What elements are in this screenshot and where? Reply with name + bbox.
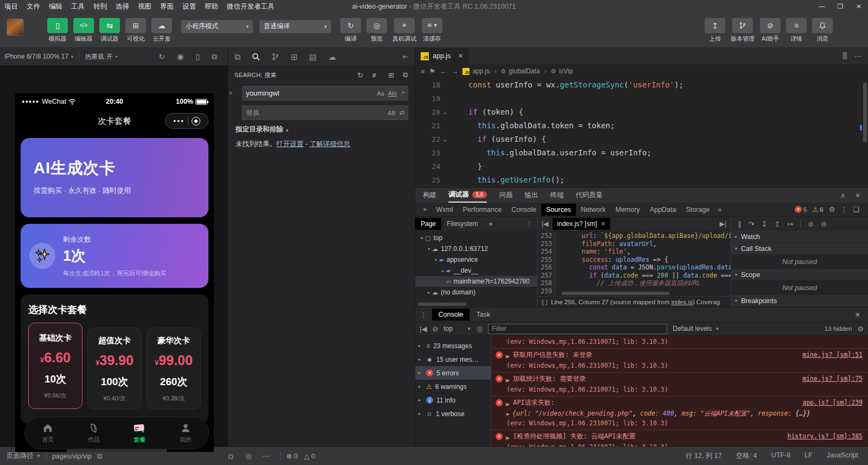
regex-icon[interactable]: .*	[401, 90, 404, 97]
console-filter-verbose[interactable]: ▸1 verbose	[415, 407, 491, 420]
debug-icon[interactable]	[227, 453, 235, 460]
menu-item[interactable]: 帮助	[200, 2, 223, 11]
tab-home[interactable]: 首页	[25, 422, 71, 444]
console-filter-list[interactable]: ▸≡23 messages	[415, 339, 491, 353]
restore-button[interactable]: ❐	[831, 0, 850, 13]
package-card[interactable]: 超值次卡¥39.90100次¥0.40/次	[87, 328, 142, 410]
step-icon[interactable]: ↦	[787, 220, 793, 228]
utils-icon[interactable]: ☁	[328, 53, 336, 61]
files-icon[interactable]: ⧉	[235, 53, 240, 61]
menu-item[interactable]: 界面	[156, 2, 178, 11]
source-location-link[interactable]: history.js? [sm]:385	[788, 432, 863, 441]
toolbar-button-preview[interactable]: ◎预览	[366, 18, 387, 43]
show-sidebar-icon[interactable]: |◀	[420, 325, 427, 333]
learn-more-link[interactable]: 了解详细信息	[309, 140, 350, 148]
toolbar-button-clear-cache[interactable]: ≋ ▾清缓存	[422, 18, 442, 43]
tree-item[interactable]: ▸▰__dev__	[415, 265, 537, 276]
collapse-results-icon[interactable]: ⧉	[403, 71, 408, 79]
devtools-tab-memory[interactable]: Memory	[611, 204, 645, 216]
tree-item[interactable]: ▾▢top	[415, 232, 537, 243]
device-frame-icon[interactable]: ▯	[195, 53, 200, 60]
tab-works[interactable]: 作品	[71, 422, 117, 444]
page-path-label[interactable]: 页面路径	[7, 451, 34, 461]
search-scope-toggle[interactable]: 指定目录和排除 ▲	[236, 125, 408, 134]
tree-item[interactable]: ▱mainframe?t=1762942780	[415, 276, 537, 287]
console-filter-info[interactable]: ▸i11 info	[415, 393, 491, 407]
open-settings-link[interactable]: 打开设置	[276, 140, 303, 148]
user-avatar[interactable]	[7, 18, 24, 36]
step-over-icon[interactable]: ↷	[749, 220, 755, 228]
console-filter-error[interactable]: ▸✕5 errors	[415, 366, 491, 380]
more-actions-icon[interactable]: ⋯	[854, 52, 861, 60]
capsule-menu[interactable]: ●●●	[165, 113, 208, 129]
panel-tab[interactable]: 构建	[423, 188, 436, 203]
tab-console[interactable]: Console	[432, 309, 470, 321]
devtools-tab-performance[interactable]: Performance	[458, 204, 507, 216]
menu-item[interactable]: 设置	[178, 2, 200, 11]
source-location-link[interactable]: mine.js? [sm]:51	[802, 350, 863, 360]
source-location-link[interactable]: mine.js? [sm]:75	[802, 374, 863, 384]
toolbar-button-simulator[interactable]: ▯模拟器	[47, 18, 68, 43]
kebab-menu-icon[interactable]: ⋮	[415, 311, 432, 319]
toolbar-button-upload[interactable]: ↥上传	[705, 18, 725, 43]
search-icon[interactable]	[252, 53, 260, 61]
close-tab-icon[interactable]: ✕	[601, 221, 606, 228]
panel-tab[interactable]: 代码质量	[575, 188, 603, 203]
clear-console-icon[interactable]: ⊘	[432, 325, 438, 333]
breadcrumb-file[interactable]: JSapp.js	[462, 67, 490, 75]
watch-expression-icon[interactable]: ◎	[245, 452, 251, 460]
toolbar-button-details[interactable]: ≡详情	[786, 18, 807, 43]
back-icon[interactable]: ←	[440, 67, 447, 76]
package-card[interactable]: 基础次卡¥6.6010次¥0.66/次	[28, 323, 83, 409]
package-card[interactable]: 豪华次卡¥99.00260次¥0.38/次	[147, 328, 201, 410]
toolbar-button-debugger[interactable]: ⇆调试器	[99, 18, 120, 43]
sources-file-tab[interactable]: index.js? [sm]✕	[553, 218, 610, 230]
tab-task[interactable]: Task	[470, 309, 497, 321]
tree-item[interactable]: ▸☁(no domain)	[415, 287, 537, 298]
devtools-tab-console[interactable]: Console	[506, 204, 541, 216]
more-tabs-icon[interactable]: »	[714, 206, 725, 213]
tree-item[interactable]: ▾☁127.0.0.1:63712	[415, 243, 537, 254]
close-button[interactable]: ✕	[850, 0, 868, 13]
widgets-icon[interactable]: ⊞	[291, 53, 298, 61]
console-filter-warning[interactable]: ▸⚠6 warnings	[415, 380, 491, 393]
device-dropdown[interactable]: iPhone 6/7/8 100% 17▾	[4, 53, 73, 60]
breakpoints-section[interactable]: ▾Breakpoints	[731, 295, 868, 307]
toolbar-button-ai-assistant[interactable]: ⊘AI助手	[760, 18, 781, 43]
statusbar-item[interactable]: JavaScript	[827, 451, 858, 461]
close-minibar-icon[interactable]	[192, 117, 200, 125]
watch-section[interactable]: ▸Watch	[731, 231, 868, 243]
git-icon[interactable]	[271, 53, 280, 61]
replace-all-icon[interactable]: ⇄	[400, 109, 404, 116]
close-console-icon[interactable]: ✕	[855, 311, 868, 319]
sources-code[interactable]: 252 url: `${app.globalData.apiBase}/uplo…	[537, 231, 731, 296]
match-case-icon[interactable]: Aa	[377, 90, 384, 97]
panel-tab[interactable]: 问题	[499, 188, 512, 203]
replace-input[interactable]	[246, 109, 384, 117]
devtools-tab-storage[interactable]: Storage	[681, 204, 715, 216]
statusbar-item[interactable]: 空格: 4	[736, 451, 757, 461]
minimize-button[interactable]: —	[813, 0, 831, 13]
toolbar-button-remote-debug[interactable]: ⌖真机调试	[392, 18, 416, 43]
close-tab-icon[interactable]: ✕	[458, 52, 463, 60]
console-filter-input[interactable]	[488, 324, 667, 334]
open-in-editor-icon[interactable]: ⊞	[388, 71, 394, 79]
breadcrumb-symbol[interactable]: ⚙isVip	[551, 67, 573, 75]
toolbar-button-visual[interactable]: ⊞可视化	[125, 18, 146, 43]
show-debugger-icon[interactable]: ▶|	[715, 220, 731, 228]
problem-error-count[interactable]: ⊗ 0	[287, 452, 298, 460]
preserve-case-icon[interactable]: AB	[388, 110, 396, 116]
editor-tab-appjs[interactable]: JS app.js ✕	[415, 48, 468, 64]
toolbar-button-messages[interactable]: 消息	[812, 18, 833, 43]
record-icon[interactable]: ◉	[177, 53, 183, 60]
collapse-sidebar-icon[interactable]: ⇤	[402, 53, 408, 61]
close-panel-icon[interactable]: ✕	[855, 192, 860, 199]
menu-item[interactable]: 微信开发者工具	[223, 2, 279, 11]
panel-tab[interactable]: 调试器5,6	[448, 188, 487, 203]
forward-icon[interactable]: →	[451, 67, 458, 76]
console-message[interactable]: (env: Windows,mp,1.06.2310071; lib: 3.10…	[491, 336, 868, 349]
pause-script-icon[interactable]: ∥	[738, 220, 742, 228]
scope-section[interactable]: ▾Scope	[731, 269, 868, 281]
panel-tab[interactable]: 终端	[550, 188, 563, 203]
tab-packages[interactable]: 套餐	[117, 422, 163, 444]
